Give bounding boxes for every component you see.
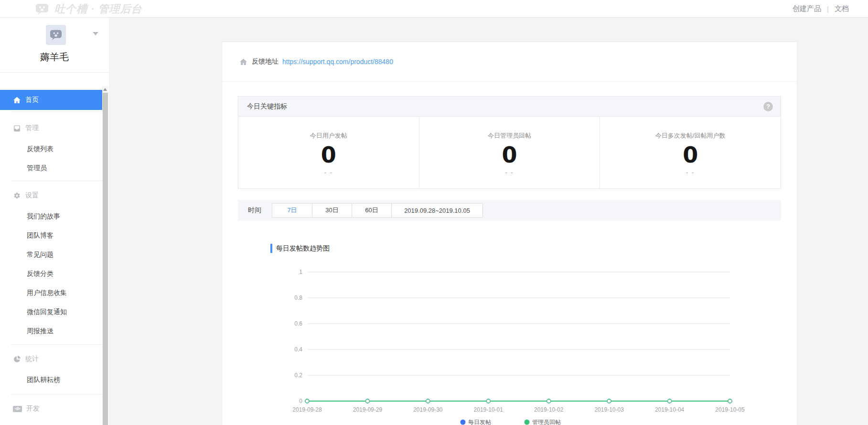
metric-label: 今日多次发帖/回帖用户数 xyxy=(600,131,781,140)
metric-card-user-posts: 今日用户发帖 0 - - xyxy=(238,117,419,188)
time-range-button-group: 7日 30日 60日 2019.09.28~2019.10.05 xyxy=(272,203,483,218)
key-metrics-body: 今日用户发帖 0 - - 今日管理员回帖 0 - - 今日多次发帖/回帖用户数 … xyxy=(238,117,781,188)
sidebar-item-feedback-list[interactable]: 反馈列表 xyxy=(0,140,102,159)
time-30d-button[interactable]: 30日 xyxy=(312,203,352,218)
section-label: 管理 xyxy=(25,124,39,132)
item-label: 团队博客 xyxy=(27,231,54,240)
daily-posts-trend-chart: 00.20.40.60.812019-09-282019-09-292019-0… xyxy=(284,264,762,425)
svg-text:2019-10-04: 2019-10-04 xyxy=(655,406,685,413)
metric-value: 0 xyxy=(600,143,781,167)
time-60d-button[interactable]: 60日 xyxy=(352,203,392,218)
item-label: 微信回复通知 xyxy=(27,308,67,316)
metric-value: 0 xyxy=(238,143,419,167)
home-icon xyxy=(13,96,21,104)
sidebar-item-label: 首页 xyxy=(25,96,39,104)
sidebar-item-home[interactable]: 首页 xyxy=(0,90,102,110)
metric-label: 今日用户发帖 xyxy=(238,131,419,140)
section-label: 开发 xyxy=(26,404,40,413)
app-title: 吐个槽 · 管理后台 xyxy=(54,2,142,16)
sidebar-section-management: 管理 xyxy=(0,119,102,138)
inbox-icon xyxy=(13,124,21,132)
metric-sub-value: - - xyxy=(419,169,600,176)
sidebar-item-our-story[interactable]: 我们的故事 xyxy=(0,207,102,226)
sidebar-section-statistics: 统计 xyxy=(0,349,102,369)
item-label: 反馈分类 xyxy=(27,270,54,278)
date-range-button[interactable]: 2019.09.28~2019.10.05 xyxy=(391,203,483,218)
feedback-url-link[interactable]: https://support.qq.com/product/88480 xyxy=(282,58,393,65)
svg-text:2019-09-29: 2019-09-29 xyxy=(353,406,383,413)
item-label: 常见问题 xyxy=(27,251,54,259)
chat-bubble-avatar-icon xyxy=(50,29,62,41)
link-separator: | xyxy=(827,5,829,13)
sidebar-item-team-ranking[interactable]: 团队耕耘榜 xyxy=(0,371,102,390)
item-label: 用户信息收集 xyxy=(27,289,67,297)
section-label: 设置 xyxy=(25,191,39,200)
svg-text:0.2: 0.2 xyxy=(294,372,302,379)
sidebar-menu: 首页 管理 反馈列表 管理员 设置 我们的故事 团队博客 常 xyxy=(0,73,102,425)
main-area: 反馈地址 https://support.qq.com/product/8848… xyxy=(109,18,868,425)
svg-text:2019-09-30: 2019-09-30 xyxy=(413,406,443,413)
time-filter-bar: 时间 7日 30日 60日 2019.09.28~2019.10.05 xyxy=(238,200,781,221)
pie-chart-icon xyxy=(13,355,21,363)
time-7d-button[interactable]: 7日 xyxy=(272,203,312,218)
chevron-down-icon[interactable] xyxy=(93,32,98,35)
svg-text:0.8: 0.8 xyxy=(294,294,302,301)
gear-icon xyxy=(13,192,21,200)
svg-text:0.4: 0.4 xyxy=(294,346,302,353)
scrollbar-thumb[interactable] xyxy=(103,93,108,425)
sidebar-section-development: </> 开发 xyxy=(0,399,102,418)
svg-text:0.6: 0.6 xyxy=(294,320,302,327)
chart-title-row: 每日发帖数趋势图 xyxy=(270,244,330,253)
help-icon[interactable]: ? xyxy=(763,102,773,111)
key-metrics-header: 今日关键指标 ? xyxy=(238,97,781,117)
svg-text:1: 1 xyxy=(299,269,302,275)
item-label: 我们的故事 xyxy=(27,212,60,221)
topbar-links: 创建产品 | 文档 xyxy=(793,0,849,17)
metric-card-admin-replies: 今日管理员回帖 0 - - xyxy=(419,117,600,188)
sidebar: 薅羊毛 首页 管理 反馈列表 管理员 设置 xyxy=(0,18,109,425)
sidebar-section-settings: 设置 xyxy=(0,186,102,205)
sidebar-item-weekly-report-push[interactable]: 周报推送 xyxy=(0,322,102,341)
key-metrics-panel: 今日关键指标 ? 今日用户发帖 0 - - 今日管理员回帖 0 - - 今日多次… xyxy=(238,96,781,189)
sidebar-item-user-info-collection[interactable]: 用户信息收集 xyxy=(0,283,102,303)
svg-text:2019-10-03: 2019-10-03 xyxy=(594,406,624,413)
chart-title: 每日发帖数趋势图 xyxy=(276,244,330,253)
divider xyxy=(11,394,102,394)
product-switcher[interactable]: 薅羊毛 xyxy=(0,18,109,73)
item-label: 周报推送 xyxy=(27,327,54,336)
metric-sub-value: - - xyxy=(600,169,781,176)
divider xyxy=(11,344,102,345)
section-label: 统计 xyxy=(25,355,39,363)
sidebar-item-faq[interactable]: 常见问题 xyxy=(0,245,102,264)
metric-card-repeat-users: 今日多次发帖/回帖用户数 0 - - xyxy=(600,117,781,188)
sidebar-item-feedback-categories[interactable]: 反馈分类 xyxy=(0,264,102,283)
app-logo: 吐个槽 · 管理后台 xyxy=(35,2,142,16)
sidebar-scrollbar xyxy=(102,86,108,425)
svg-text:2019-10-05: 2019-10-05 xyxy=(715,406,745,413)
sidebar-item-wechat-reply-notify[interactable]: 微信回复通知 xyxy=(0,303,102,322)
house-icon xyxy=(239,58,247,66)
chat-bubble-logo-icon xyxy=(35,3,49,15)
svg-text:0: 0 xyxy=(299,398,302,404)
svg-text:2019-10-02: 2019-10-02 xyxy=(534,406,564,413)
create-product-link[interactable]: 创建产品 xyxy=(793,4,821,13)
sidebar-item-team-blog[interactable]: 团队博客 xyxy=(0,226,102,245)
scroll-up-arrow-icon[interactable] xyxy=(103,88,107,91)
item-label: 团队耕耘榜 xyxy=(27,376,60,384)
metric-sub-value: - - xyxy=(238,169,419,176)
product-name: 薅羊毛 xyxy=(0,51,109,64)
content-panel: 反馈地址 https://support.qq.com/product/8848… xyxy=(222,42,797,425)
svg-text:2019-09-28: 2019-09-28 xyxy=(292,406,322,413)
sidebar-item-admins[interactable]: 管理员 xyxy=(0,159,102,178)
product-avatar xyxy=(46,25,66,45)
top-bar: 吐个槽 · 管理后台 创建产品 | 文档 xyxy=(0,0,868,18)
feedback-url-label: 反馈地址 xyxy=(252,57,279,66)
time-filter-label: 时间 xyxy=(248,206,261,215)
metric-value: 0 xyxy=(419,143,600,167)
item-label: 反馈列表 xyxy=(27,145,54,153)
divider xyxy=(11,181,102,181)
svg-text:每日发帖: 每日发帖 xyxy=(468,419,491,425)
docs-link[interactable]: 文档 xyxy=(835,4,849,13)
svg-text:管理员回帖: 管理员回帖 xyxy=(532,419,561,425)
item-label: 管理员 xyxy=(27,164,47,173)
